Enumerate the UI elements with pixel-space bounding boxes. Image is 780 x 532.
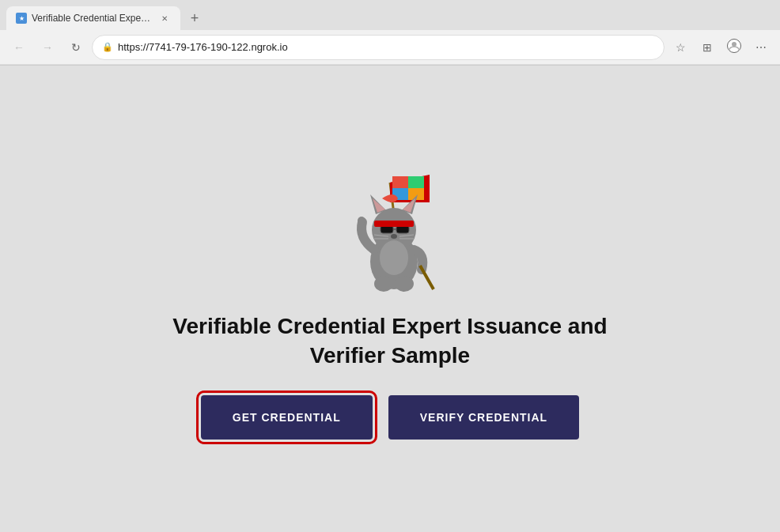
mascot-area [327, 159, 453, 296]
verify-credential-button[interactable]: VERIFY CREDENTIAL [388, 395, 579, 440]
lock-icon: 🔒 [102, 42, 113, 52]
collections-icon: ⊞ [702, 41, 712, 54]
svg-rect-6 [408, 176, 424, 188]
more-button[interactable]: ⋯ [748, 35, 774, 60]
tab-favicon: ★ [16, 13, 27, 24]
nav-actions: ☆ ⊞ ⋯ [668, 35, 774, 60]
page-content: Verifiable Credential Expert Issuance an… [0, 66, 780, 532]
favorites-icon[interactable]: ☆ [668, 35, 693, 60]
svg-line-24 [420, 266, 434, 289]
tab-close-button[interactable]: ✕ [158, 12, 171, 25]
button-row: GET CREDENTIAL VERIFY CREDENTIAL [201, 395, 579, 440]
svg-point-25 [380, 240, 408, 275]
forward-icon: → [42, 41, 53, 54]
profile-button[interactable] [721, 35, 747, 60]
new-tab-button[interactable]: + [184, 7, 206, 29]
get-credential-button[interactable]: GET CREDENTIAL [201, 395, 373, 440]
active-tab[interactable]: ★ Verifiable Credential Expert Cl... ✕ [6, 6, 180, 30]
svg-point-26 [374, 276, 393, 292]
profile-icon [727, 39, 741, 55]
svg-point-27 [395, 276, 414, 292]
back-icon: ← [13, 41, 25, 54]
reload-icon: ↻ [71, 41, 81, 54]
svg-point-1 [732, 42, 736, 47]
nav-bar: ← → ↻ 🔒 https://7741-79-176-190-122.ngro… [0, 30, 780, 65]
star-icon: ☆ [676, 41, 686, 54]
tab-bar: ★ Verifiable Credential Expert Cl... ✕ + [0, 0, 780, 30]
svg-point-18 [391, 234, 397, 239]
browser-chrome: ★ Verifiable Credential Expert Cl... ✕ +… [0, 0, 780, 66]
svg-point-28 [358, 217, 365, 224]
more-icon: ⋯ [755, 41, 767, 54]
back-button[interactable]: ← [6, 35, 32, 60]
collections-button[interactable]: ⊞ [695, 35, 720, 60]
tab-title: Verifiable Credential Expert Cl... [32, 13, 153, 24]
svg-rect-5 [392, 176, 408, 188]
url-text: https://7741-79-176-190-122.ngrok.io [118, 41, 654, 53]
address-bar[interactable]: 🔒 https://7741-79-176-190-122.ngrok.io [92, 35, 665, 60]
page-title: Verifiable Credential Expert Issuance an… [153, 312, 627, 370]
forward-button[interactable]: → [35, 35, 60, 60]
svg-rect-23 [374, 221, 414, 227]
reload-button[interactable]: ↻ [63, 35, 89, 60]
mascot-image [327, 159, 453, 293]
